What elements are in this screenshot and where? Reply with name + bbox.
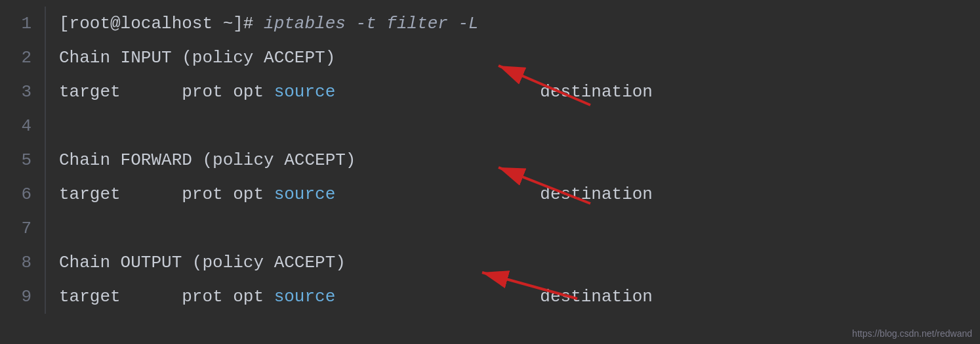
line-content-6: target prot opt source destination — [59, 177, 653, 211]
line-content-7 — [59, 211, 70, 246]
line-content-1: [root@localhost ~]# iptables -t filter -… — [59, 7, 479, 41]
line-content-2: Chain INPUT (policy ACCEPT) — [59, 41, 335, 75]
line-content-8: Chain OUTPUT (policy ACCEPT) — [59, 246, 346, 280]
line-8: 8 Chain OUTPUT (policy ACCEPT) — [0, 246, 980, 280]
line-number-7: 7 — [0, 211, 46, 246]
line-content-3: target prot opt source destination — [59, 75, 653, 109]
line-number-2: 2 — [0, 41, 46, 75]
line-number-5: 5 — [0, 143, 46, 177]
line-5: 5 Chain FORWARD (policy ACCEPT) — [0, 143, 980, 177]
command: iptables -t filter -L — [264, 14, 479, 33]
line-3: 3 target prot opt source destination — [0, 75, 980, 109]
line-2: 2 Chain INPUT (policy ACCEPT) — [0, 41, 980, 75]
line-7: 7 — [0, 211, 980, 246]
watermark: https://blog.csdn.net/redwand — [852, 328, 972, 339]
line-number-3: 3 — [0, 75, 46, 109]
line-number-1: 1 — [0, 7, 46, 41]
line-1: 1 [root@localhost ~]# iptables -t filter… — [0, 7, 980, 41]
source-label-3: source — [274, 287, 336, 307]
line-content-5: Chain FORWARD (policy ACCEPT) — [59, 143, 356, 177]
line-number-8: 8 — [0, 246, 46, 280]
line-4: 4 — [0, 109, 980, 143]
terminal-window: 1 [root@localhost ~]# iptables -t filter… — [0, 0, 980, 344]
line-number-6: 6 — [0, 177, 46, 211]
line-content-4 — [59, 109, 70, 143]
source-label-2: source — [274, 184, 336, 204]
line-number-4: 4 — [0, 109, 46, 143]
prompt: [root@localhost ~]# — [59, 14, 264, 33]
source-label-1: source — [274, 82, 336, 102]
line-content-9: target prot opt source destination — [59, 280, 653, 314]
line-number-9: 9 — [0, 280, 46, 314]
line-6: 6 target prot opt source destination — [0, 177, 980, 211]
line-9: 9 target prot opt source destination — [0, 280, 980, 314]
